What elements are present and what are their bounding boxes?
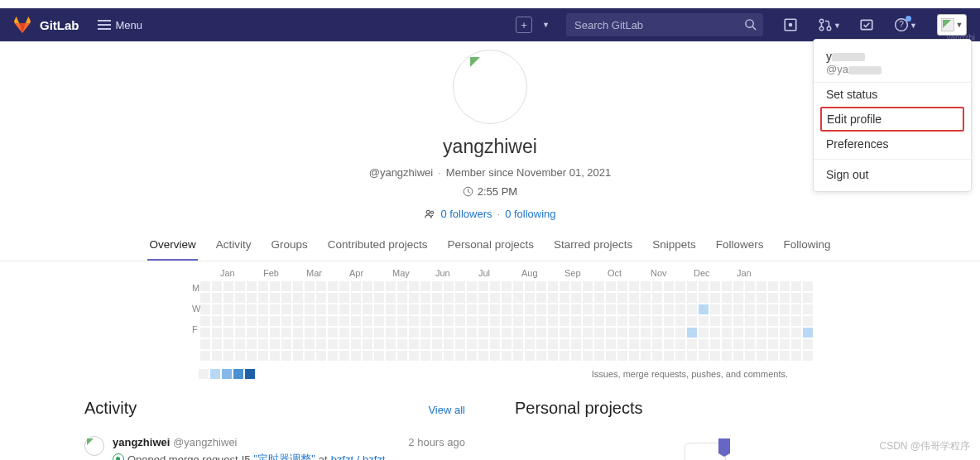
search-input[interactable] (566, 13, 763, 36)
profile-avatar (453, 50, 527, 124)
brand-name[interactable]: GitLab (40, 18, 79, 32)
view-all-link[interactable]: View all (428, 404, 465, 416)
dropdown-user-handle: @ya (826, 63, 958, 75)
create-new-button[interactable]: ＋ (516, 17, 532, 33)
tab-contributed-projects[interactable]: Contributed projects (326, 238, 430, 261)
svg-point-12 (431, 211, 434, 213)
svg-line-1 (752, 26, 756, 30)
search-icon[interactable] (744, 18, 757, 31)
follow-stats: 0 followers · 0 following (0, 208, 980, 220)
personal-heading: Personal projects (515, 399, 896, 418)
svg-point-6 (827, 26, 831, 31)
tab-activity[interactable]: Activity (214, 238, 253, 261)
tab-snippets[interactable]: Snippets (651, 238, 698, 261)
following-link[interactable]: 0 following (505, 208, 555, 220)
calendar-legend-text: Issues, merge requests, pushes, and comm… (592, 369, 788, 379)
bookmark-icon (718, 438, 730, 453)
chevron-down-icon: ▼ (956, 21, 963, 29)
mr-title-link[interactable]: "定时器调整" (254, 452, 315, 460)
project-link[interactable]: bzfzt / bzfzt (331, 453, 386, 461)
activity-handle: @yangzhiwei (173, 436, 238, 448)
dropdown-user-name: y (826, 50, 958, 63)
gitlab-logo-icon[interactable] (13, 16, 31, 34)
issues-icon[interactable] (783, 17, 798, 32)
user-dropdown: y @ya Set status Edit profile Preference… (813, 39, 972, 192)
help-icon[interactable]: ?▼ (894, 17, 909, 32)
tab-followers[interactable]: Followers (714, 238, 766, 261)
preferences-item[interactable]: Preferences (814, 132, 971, 156)
svg-point-3 (789, 23, 793, 27)
hamburger-icon (98, 20, 111, 30)
svg-point-0 (746, 20, 753, 27)
svg-point-4 (819, 19, 824, 23)
followers-link[interactable]: 0 followers (440, 208, 492, 220)
tab-groups[interactable]: Groups (269, 238, 309, 261)
avatar-icon (941, 18, 954, 31)
tab-overview[interactable]: Overview (147, 238, 197, 261)
clock-icon (463, 186, 473, 197)
calendar-legend (199, 369, 255, 379)
watermark: CSDN @伟哥学程序 (879, 439, 970, 453)
merge-requests-icon[interactable]: ▼ (818, 17, 833, 32)
project-tile[interactable]: ••• (685, 443, 726, 460)
contribution-calendar: JanFebMarAprMayJunJulAugSepOctNovDecJan … (192, 268, 788, 379)
merge-request-open-icon (113, 453, 124, 460)
svg-text:?: ? (899, 20, 904, 29)
set-status-item[interactable]: Set status (814, 83, 971, 106)
edit-profile-item[interactable]: Edit profile (820, 107, 964, 132)
chevron-down-icon: ▼ (542, 21, 550, 29)
top-nav: GitLab Menu ＋ ▼ ▼ ?▼ ▼ (0, 8, 980, 41)
activity-item: yangzhiwei @yangzhiwei Opened merge requ… (84, 436, 465, 460)
personal-projects-section: Personal projects ••• (515, 399, 896, 460)
notification-dot-icon (906, 16, 911, 22)
todos-icon[interactable] (859, 17, 874, 32)
svg-point-11 (427, 210, 430, 213)
tab-personal-projects[interactable]: Personal projects (446, 238, 536, 261)
activity-user[interactable]: yangzhiwei (113, 436, 170, 448)
activity-time: 2 hours ago (408, 436, 465, 460)
menu-button[interactable]: Menu (98, 19, 143, 31)
profile-tabs: OverviewActivityGroupsContributed projec… (0, 238, 980, 261)
sign-out-item[interactable]: Sign out (814, 163, 971, 186)
ellipsis-icon: ••• (698, 457, 713, 460)
activity-section: View all Activity yangzhiwei @yangzhiwei… (84, 399, 465, 460)
avatar-icon (84, 436, 104, 456)
svg-point-5 (819, 26, 824, 31)
people-icon (424, 208, 435, 220)
tab-starred-projects[interactable]: Starred projects (552, 238, 634, 261)
activity-heading: Activity (84, 399, 465, 418)
tab-following[interactable]: Following (782, 238, 833, 261)
